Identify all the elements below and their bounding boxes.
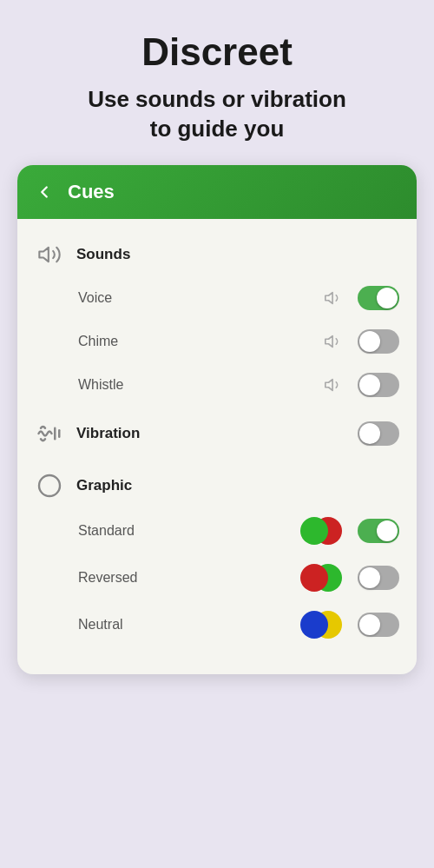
voice-row: Voice: [17, 276, 417, 320]
vibration-icon: [35, 419, 64, 448]
neutral-circles: [300, 611, 342, 639]
voice-toggle[interactable]: [358, 286, 399, 310]
reversed-row: Reversed: [17, 554, 417, 601]
graphic-section-header: Graphic: [17, 459, 417, 507]
back-button[interactable]: [35, 182, 54, 202]
chime-row: Chime: [17, 320, 417, 363]
whistle-label: Whistle: [78, 377, 312, 393]
vibration-label: Vibration: [76, 425, 140, 442]
vibration-section-header: Vibration: [17, 407, 417, 459]
reversed-toggle[interactable]: [358, 566, 399, 590]
neutral-toggle[interactable]: [358, 613, 399, 637]
whistle-toggle[interactable]: [358, 373, 399, 397]
chime-sound-icon: [321, 329, 345, 354]
svg-marker-0: [39, 248, 49, 262]
neutral-row: Neutral: [17, 601, 417, 648]
svg-marker-3: [326, 380, 332, 391]
standard-circle-left: [300, 517, 328, 545]
whistle-row: Whistle: [17, 363, 417, 407]
svg-point-6: [39, 475, 60, 496]
voice-label: Voice: [78, 290, 312, 306]
graphic-label: Graphic: [76, 477, 132, 494]
whistle-sound-icon: [321, 373, 345, 397]
hero-section: Discreet Use sounds or vibrationto guide…: [0, 0, 434, 165]
reversed-circle-left: [300, 564, 328, 592]
reversed-circles: [300, 564, 342, 592]
neutral-label: Neutral: [78, 617, 292, 633]
sounds-label: Sounds: [76, 246, 130, 263]
vibration-toggle[interactable]: [358, 421, 399, 446]
hero-title: Discreet: [26, 31, 408, 73]
neutral-circle-left: [300, 611, 328, 639]
standard-circles: [300, 517, 342, 545]
reversed-label: Reversed: [78, 570, 292, 586]
svg-marker-1: [326, 293, 332, 304]
svg-marker-2: [326, 336, 332, 348]
chime-toggle[interactable]: [358, 329, 399, 354]
standard-toggle[interactable]: [358, 519, 399, 543]
hero-subtitle: Use sounds or vibrationto guide you: [26, 85, 408, 144]
standard-row: Standard: [17, 507, 417, 554]
app-card: Cues Sounds Voice: [17, 165, 417, 674]
header-title: Cues: [68, 181, 115, 203]
card-body: Sounds Voice Chime: [17, 219, 417, 674]
chime-label: Chime: [78, 334, 312, 349]
graphic-icon: [35, 471, 64, 500]
standard-label: Standard: [78, 523, 292, 539]
card-header: Cues: [17, 165, 417, 219]
sounds-icon: [35, 240, 64, 269]
voice-sound-icon: [321, 286, 345, 310]
sounds-section-header: Sounds: [17, 228, 417, 276]
